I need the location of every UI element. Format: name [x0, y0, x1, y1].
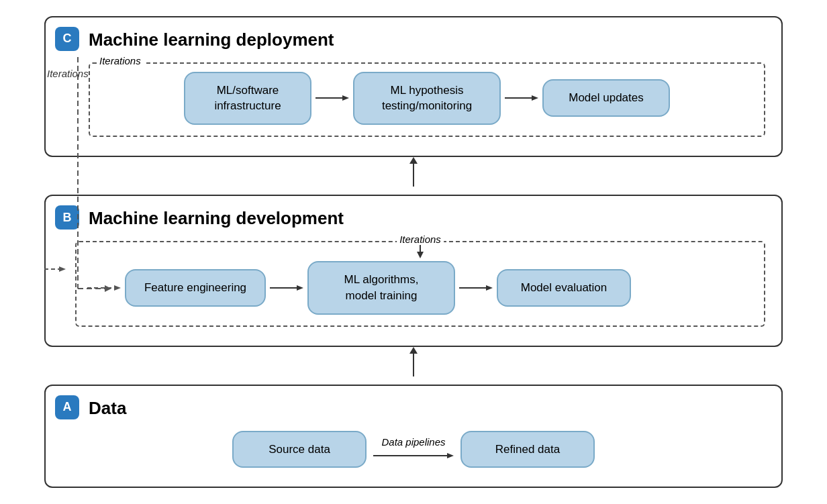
section-c: C Machine learning deployment Iterations… — [44, 16, 783, 158]
section-b: B Machine learning development Iteration… — [44, 195, 783, 347]
box-model-eval: Model evaluation — [497, 269, 631, 307]
iterations-arrow-b — [414, 245, 427, 261]
diagram: C Machine learning deployment Iterations… — [44, 16, 783, 489]
svg-marker-13 — [486, 285, 493, 291]
box-feature-eng: Feature engineering — [125, 269, 266, 307]
badge-b: B — [55, 205, 79, 230]
svg-marker-11 — [297, 285, 303, 291]
section-a-title: Data — [89, 398, 765, 419]
left-dashed-arrow — [44, 262, 66, 279]
arrow-a-to-b — [44, 347, 783, 376]
svg-marker-3 — [532, 95, 538, 101]
iterations-label-c: Iterations — [97, 55, 144, 66]
badge-a: A — [55, 395, 79, 419]
box-ml-algorithms: ML algorithms,model training — [307, 261, 455, 315]
data-pipelines-label: Data pipelines — [381, 436, 445, 448]
arrow-b-to-c — [44, 157, 783, 187]
arrow-2 — [505, 91, 538, 105]
svg-marker-19 — [447, 453, 454, 458]
section-c-title: Machine learning deployment — [89, 30, 765, 50]
box-source-data: Source data — [232, 431, 367, 468]
svg-marker-9 — [114, 285, 121, 291]
box-ml-software: ML/softwareinfrastructure — [184, 72, 311, 125]
arrow-1 — [315, 91, 349, 105]
box-refined-data: Refined data — [460, 431, 595, 468]
arrow-4 — [459, 281, 493, 295]
svg-marker-15 — [59, 266, 66, 272]
svg-marker-17 — [409, 347, 418, 354]
section-b-title: Machine learning development — [89, 208, 765, 229]
section-a: A Data Source data Data pipelines Refine… — [44, 385, 783, 489]
svg-marker-1 — [342, 95, 349, 101]
svg-marker-7 — [417, 252, 424, 258]
dashed-arrow-into-b — [87, 281, 121, 295]
arrow-3 — [270, 281, 303, 295]
box-ml-hypothesis: ML hypothesistesting/monitoring — [353, 72, 501, 125]
svg-marker-5 — [409, 157, 418, 164]
badge-c: C — [55, 27, 79, 51]
box-model-updates: Model updates — [542, 79, 670, 117]
data-pipelines-arrow: Data pipelines — [373, 436, 454, 462]
iterations-label-b: Iterations — [397, 234, 444, 245]
